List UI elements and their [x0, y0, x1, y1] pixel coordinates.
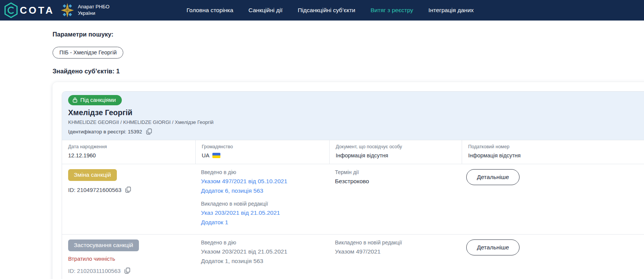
copy-icon — [125, 187, 131, 193]
nav-item-home[interactable]: Головна сторінка — [187, 7, 233, 13]
copy-sanction-id-button[interactable] — [124, 267, 131, 274]
search-params-title: Параметри пошуку: — [53, 31, 644, 38]
copy-registry-id-button[interactable] — [145, 128, 153, 135]
decree-text: Указом 203/2021 від 21.05.2021 — [201, 248, 324, 255]
nav-item-registry-extract[interactable]: Витяг з реєстру — [371, 7, 413, 13]
restated-label: Викладено в новій редакції — [335, 239, 456, 246]
annex-link[interactable]: Додаток 6, позиція 563 — [201, 187, 324, 194]
nav-item-sanctioned-subjects[interactable]: Підсанкційні суб’єкти — [298, 7, 355, 13]
sanction-row-change: Зміна санкцій ID: 21049721600563 Вв — [62, 164, 644, 234]
lock-icon — [73, 97, 77, 103]
nav-item-sanction-actions[interactable]: Санкційні дії — [249, 7, 282, 13]
sanction-type-badge: Застосування санкцій — [68, 239, 139, 251]
copy-sanction-id-button[interactable] — [124, 186, 132, 193]
subject-name: Хмелідзе Георгій — [68, 108, 644, 117]
term-value: Безстроково — [335, 178, 456, 185]
subject-info-row: Дата народження 12.12.1960 Громадянство … — [62, 140, 644, 164]
status-badge: Під санкціями — [68, 95, 122, 105]
org-name: Апарат РНБО України — [78, 4, 109, 17]
copy-icon — [146, 128, 152, 135]
expired-note: Втратило чинність — [68, 256, 189, 262]
copy-icon — [124, 268, 130, 274]
details-button[interactable]: Детальніше — [466, 169, 520, 185]
sanction-type-badge: Зміна санкцій — [68, 169, 117, 181]
results-panel: Під санкціями Хмелідзе Георгій KHMELIDZE… — [53, 82, 644, 279]
sanction-id-line: ID: 21049721600563 — [68, 186, 189, 193]
subject-card-header: Під санкціями Хмелідзе Георгій KHMELIDZE… — [62, 92, 644, 140]
info-birth-date: Дата народження 12.12.1960 — [62, 140, 195, 164]
term-label: Термін дії — [335, 169, 456, 175]
info-tax-number: Податковий номер Інформація відсутня — [462, 140, 644, 164]
ukraine-flag-icon — [212, 153, 220, 158]
decree-link[interactable]: Указом 497/2021 від 05.10.2021 — [201, 178, 324, 185]
sota-logo-icon — [4, 2, 18, 18]
citizenship-code: UA — [202, 152, 209, 159]
nav-item-data-integration[interactable]: Інтеграція даних — [429, 7, 474, 13]
annex-link[interactable]: Додаток 1 — [201, 219, 324, 226]
results-count: Знайдено суб’єктів: 1 — [53, 68, 644, 75]
sanction-row-application: Застосування санкцій Втратило чинність I… — [62, 234, 644, 279]
info-citizenship: Громадянство UA — [195, 140, 329, 164]
nav-list: Головна сторінка Санкційні дії Підсанкці… — [187, 0, 474, 21]
registry-id-value: 15392 — [128, 129, 142, 135]
enacted-group: Введено в дію Указом 497/2021 від 05.10.… — [201, 169, 324, 194]
details-button[interactable]: Детальніше — [466, 239, 520, 255]
info-identity-document: Документ, що посвідчує особу Інформація … — [329, 140, 462, 164]
restated-decree-text: Указом 497/2021 — [335, 248, 456, 255]
sota-logo-text: СОТА — [20, 5, 54, 16]
status-badge-label: Під санкціями — [80, 97, 116, 103]
subject-aliases: KHMELIDZE GEORGII / KHMELIDZE GIORGI / Х… — [68, 119, 644, 125]
annex-text: Додаток 1, позиція 563 — [201, 258, 324, 265]
search-param-chip[interactable]: ПІБ - Хмелідзе Георгій — [53, 47, 123, 59]
subject-card: Під санкціями Хмелідзе Георгій KHMELIDZE… — [62, 91, 644, 279]
main-content: Параметри пошуку: ПІБ - Хмелідзе Георгій… — [0, 31, 644, 279]
restated-group: Викладено в новій редакції Указ 203/2021… — [201, 201, 324, 226]
registry-id-label: Ідентифікатор в реєстрі: — [68, 129, 126, 135]
registry-id-line: Ідентифікатор в реєстрі: 15392 — [68, 128, 644, 135]
enacted-group: Введено в дію Указом 203/2021 від 21.05.… — [201, 239, 324, 265]
top-nav: СОТА Апарат РНБО України Головна сторінк… — [0, 0, 644, 21]
brand[interactable]: СОТА Апарат РНБО України — [4, 2, 110, 18]
sanction-id-line: ID: 21020311100563 — [68, 267, 189, 274]
decree-link[interactable]: Указ 203/2021 від 21.05.2021 — [201, 209, 324, 216]
rnbo-emblem-icon — [61, 3, 74, 18]
